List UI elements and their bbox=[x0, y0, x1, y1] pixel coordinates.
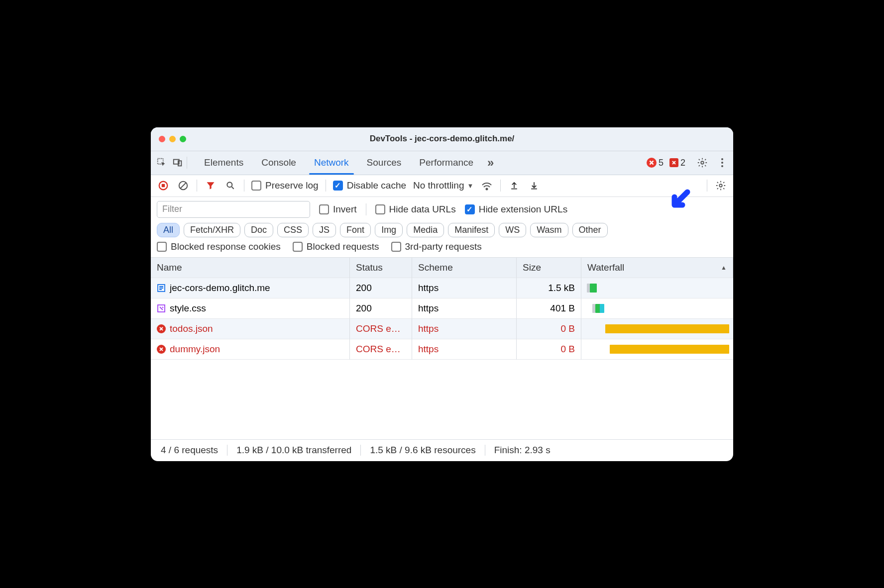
checkbox-icon bbox=[251, 181, 261, 191]
download-har-icon[interactable] bbox=[528, 179, 541, 192]
type-chip-css[interactable]: CSS bbox=[277, 223, 309, 237]
divider bbox=[707, 180, 707, 192]
throttling-label: No throttling bbox=[413, 180, 464, 191]
type-chip-all[interactable]: All bbox=[157, 223, 180, 237]
main-tabbar: Elements Console Network Sources Perform… bbox=[151, 151, 733, 175]
more-tabs-button[interactable]: » bbox=[484, 156, 497, 170]
status-requests: 4 / 6 requests bbox=[161, 445, 227, 456]
issue-count-badge[interactable]: 2 bbox=[669, 158, 685, 168]
cell-status: CORS e… bbox=[350, 339, 412, 360]
throttling-select[interactable]: No throttling ▼ bbox=[413, 180, 473, 191]
tab-sources[interactable]: Sources bbox=[358, 151, 411, 175]
type-chip-manifest[interactable]: Manifest bbox=[448, 223, 495, 237]
search-icon[interactable] bbox=[224, 179, 237, 192]
minimize-window-button[interactable] bbox=[169, 136, 176, 142]
status-transferred: 1.9 kB / 10.0 kB transferred bbox=[227, 445, 361, 456]
file-type-icon bbox=[157, 345, 166, 354]
type-chip-media[interactable]: Media bbox=[407, 223, 444, 237]
checkbox-icon bbox=[465, 204, 475, 214]
column-header-name[interactable]: Name bbox=[151, 258, 350, 278]
upload-har-icon[interactable] bbox=[508, 179, 521, 192]
network-conditions-icon[interactable] bbox=[480, 179, 493, 192]
chevron-down-icon: ▼ bbox=[467, 182, 473, 190]
clear-button[interactable] bbox=[177, 179, 190, 192]
maximize-window-button[interactable] bbox=[180, 136, 186, 142]
type-chip-fetch[interactable]: Fetch/XHR bbox=[184, 223, 240, 237]
cell-waterfall bbox=[581, 278, 733, 298]
checkbox-icon bbox=[157, 242, 167, 252]
requests-table: Name Status Scheme Size Waterfall jec-co… bbox=[151, 258, 733, 439]
tab-network[interactable]: Network bbox=[305, 151, 358, 175]
cell-scheme: https bbox=[412, 319, 517, 339]
filter-input[interactable] bbox=[157, 201, 310, 218]
status-resources: 1.5 kB / 9.6 kB resources bbox=[361, 445, 485, 456]
checkbox-label: Disable cache bbox=[347, 180, 406, 191]
cell-size: 0 B bbox=[517, 319, 581, 339]
hide-extension-urls-checkbox[interactable]: Hide extension URLs bbox=[465, 204, 567, 215]
type-filter-bar: All Fetch/XHR Doc CSS JS Font Img Media … bbox=[151, 221, 733, 241]
file-type-icon bbox=[157, 284, 166, 293]
blocked-requests-checkbox[interactable]: Blocked requests bbox=[293, 241, 379, 252]
column-header-status[interactable]: Status bbox=[350, 258, 412, 278]
tab-label: Elements bbox=[204, 157, 243, 168]
cell-size: 1.5 kB bbox=[517, 278, 581, 298]
third-party-checkbox[interactable]: 3rd-party requests bbox=[391, 241, 482, 252]
tab-performance[interactable]: Performance bbox=[410, 151, 482, 175]
cell-status: 200 bbox=[350, 298, 412, 319]
type-chip-doc[interactable]: Doc bbox=[244, 223, 273, 237]
titlebar: DevTools - jec-cors-demo.glitch.me/ bbox=[151, 127, 733, 151]
type-chip-other[interactable]: Other bbox=[572, 223, 608, 237]
cell-name: style.css bbox=[151, 298, 350, 319]
cell-waterfall bbox=[581, 339, 733, 360]
panel-settings-icon[interactable] bbox=[714, 179, 727, 192]
column-header-waterfall[interactable]: Waterfall bbox=[581, 258, 733, 278]
tab-console[interactable]: Console bbox=[252, 151, 305, 175]
checkbox-label: Blocked response cookies bbox=[171, 241, 281, 252]
cell-waterfall bbox=[581, 298, 733, 319]
record-button[interactable] bbox=[157, 179, 170, 192]
cell-status: 200 bbox=[350, 278, 412, 298]
hide-data-urls-checkbox[interactable]: Hide data URLs bbox=[375, 204, 456, 215]
column-header-size[interactable]: Size bbox=[517, 258, 581, 278]
traffic-lights bbox=[151, 136, 186, 142]
divider bbox=[500, 180, 501, 192]
tab-elements[interactable]: Elements bbox=[195, 151, 252, 175]
settings-icon[interactable] bbox=[695, 156, 709, 170]
disable-cache-checkbox[interactable]: Disable cache bbox=[333, 180, 406, 191]
cell-status: CORS e… bbox=[350, 319, 412, 339]
blocked-cookies-checkbox[interactable]: Blocked response cookies bbox=[157, 241, 281, 252]
type-chip-js[interactable]: JS bbox=[313, 223, 336, 237]
invert-checkbox[interactable]: Invert bbox=[319, 204, 357, 215]
file-name: style.css bbox=[170, 303, 206, 314]
checkbox-label: Blocked requests bbox=[307, 241, 379, 252]
checkbox-label: Invert bbox=[333, 204, 357, 215]
type-chip-wasm[interactable]: Wasm bbox=[530, 223, 568, 237]
column-header-scheme[interactable]: Scheme bbox=[412, 258, 517, 278]
divider bbox=[326, 180, 326, 192]
filter-toggle-icon[interactable] bbox=[204, 179, 217, 192]
svg-rect-8 bbox=[162, 184, 165, 187]
preserve-log-checkbox[interactable]: Preserve log bbox=[251, 180, 319, 191]
file-type-icon bbox=[157, 324, 166, 333]
checkbox-icon bbox=[391, 242, 401, 252]
status-bar: 4 / 6 requests 1.9 kB / 10.0 kB transfer… bbox=[151, 439, 733, 461]
inspect-element-icon[interactable] bbox=[155, 156, 169, 170]
tab-label: Sources bbox=[367, 157, 402, 168]
devtools-window: DevTools - jec-cors-demo.glitch.me/ Elem… bbox=[151, 127, 733, 461]
svg-point-5 bbox=[721, 162, 723, 164]
type-chip-img[interactable]: Img bbox=[375, 223, 403, 237]
table-empty-space bbox=[151, 360, 733, 439]
device-toggle-icon[interactable] bbox=[171, 156, 185, 170]
error-icon bbox=[647, 158, 657, 168]
cell-name: todos.json bbox=[151, 319, 350, 339]
status-finish: Finish: 2.93 s bbox=[485, 445, 559, 456]
type-chip-ws[interactable]: WS bbox=[499, 223, 526, 237]
close-window-button[interactable] bbox=[159, 136, 165, 142]
checkbox-label: Hide data URLs bbox=[389, 204, 456, 215]
svg-point-10 bbox=[227, 182, 232, 187]
type-chip-font[interactable]: Font bbox=[340, 223, 371, 237]
more-menu-icon[interactable] bbox=[715, 156, 729, 170]
cell-size: 0 B bbox=[517, 339, 581, 360]
error-count-badge[interactable]: 5 bbox=[647, 158, 663, 168]
checkbox-icon bbox=[319, 204, 329, 214]
